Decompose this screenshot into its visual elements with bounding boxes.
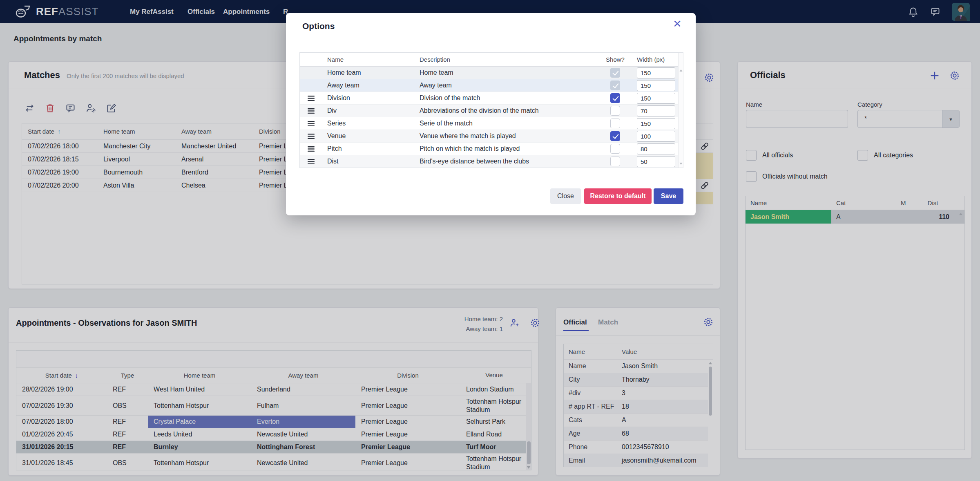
width-input[interactable] xyxy=(637,156,675,167)
scroll-down-arrow[interactable] xyxy=(680,163,683,165)
options-col-description: Description xyxy=(415,56,597,63)
show-checkbox[interactable] xyxy=(610,157,620,166)
options-col-name: Name xyxy=(323,56,415,63)
drag-handle-icon[interactable] xyxy=(308,146,315,152)
options-row: Away team Away team xyxy=(300,79,683,92)
options-scrollbar[interactable] xyxy=(678,53,683,168)
show-checkbox xyxy=(610,81,620,90)
options-row: Division Division of the match xyxy=(300,92,683,105)
drag-handle-icon[interactable] xyxy=(308,95,315,101)
options-col-width: Width (px) xyxy=(634,56,679,63)
options-row: Div Abbreviations of the division of the… xyxy=(300,105,683,117)
modal-title: Options xyxy=(302,21,335,31)
drag-handle-icon[interactable] xyxy=(308,159,315,165)
drag-handle-icon[interactable] xyxy=(308,108,315,114)
options-row: Pitch Pitch on which the match is played xyxy=(300,143,683,155)
options-row: Dist Bird's-eye distance between the clu… xyxy=(300,155,683,168)
width-input[interactable] xyxy=(637,118,675,129)
drag-handle-icon[interactable] xyxy=(308,121,315,127)
options-row: Venue Venue where the match is played xyxy=(300,130,683,143)
show-checkbox[interactable] xyxy=(610,106,620,116)
restore-to-default-button[interactable]: Restore to default xyxy=(584,188,652,204)
width-input[interactable] xyxy=(637,93,675,104)
show-checkbox[interactable] xyxy=(610,131,620,141)
show-checkbox xyxy=(610,68,620,78)
options-modal: Options × Name Description Show? Width (… xyxy=(286,13,696,215)
width-input[interactable] xyxy=(637,105,675,116)
drag-handle-icon[interactable] xyxy=(308,133,315,139)
width-input[interactable] xyxy=(637,143,675,154)
width-input[interactable] xyxy=(637,80,675,91)
close-icon[interactable]: × xyxy=(673,16,681,30)
width-input[interactable] xyxy=(637,67,675,78)
scroll-up-arrow[interactable] xyxy=(680,69,683,72)
close-button[interactable]: Close xyxy=(550,188,581,204)
options-col-show: Show? xyxy=(597,56,634,63)
options-row: Series Serie of the match xyxy=(300,117,683,130)
options-row: Home team Home team xyxy=(300,67,683,79)
options-table: Name Description Show? Width (px) Home t… xyxy=(299,52,683,168)
show-checkbox[interactable] xyxy=(610,119,620,128)
show-checkbox[interactable] xyxy=(610,93,620,103)
show-checkbox[interactable] xyxy=(610,144,620,154)
save-button[interactable]: Save xyxy=(654,188,683,204)
width-input[interactable] xyxy=(637,131,675,142)
